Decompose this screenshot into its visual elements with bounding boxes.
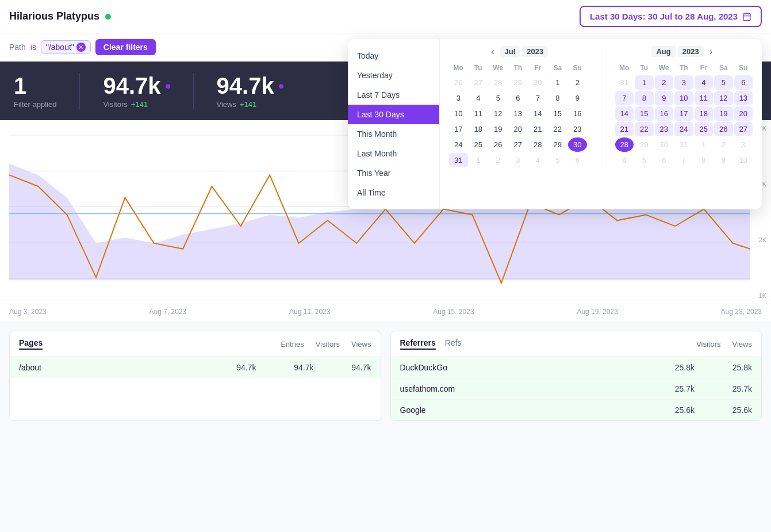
- cal-day[interactable]: 7: [528, 91, 547, 105]
- clear-filters-button[interactable]: Clear filters: [95, 39, 156, 55]
- cal-day[interactable]: 4: [469, 91, 488, 105]
- cal-day[interactable]: 1: [548, 75, 567, 90]
- cal-day[interactable]: 27: [509, 137, 528, 152]
- preset-thismonth[interactable]: This Month: [348, 124, 439, 144]
- cal-day-selected-30jul[interactable]: 30: [568, 137, 587, 152]
- cal-day[interactable]: 10: [734, 153, 753, 167]
- tab-refs[interactable]: Refs: [445, 338, 462, 350]
- cal-day[interactable]: 5: [714, 75, 733, 90]
- cal-day[interactable]: 20: [509, 122, 528, 136]
- cal-day[interactable]: 17: [674, 106, 693, 121]
- cal-day[interactable]: 4: [528, 153, 547, 167]
- cal-day[interactable]: 3: [674, 75, 693, 90]
- cal-day[interactable]: 28: [489, 75, 508, 90]
- cal-day[interactable]: 9: [568, 91, 587, 105]
- cal-day[interactable]: 6: [655, 153, 674, 167]
- tab-pages[interactable]: Pages: [19, 338, 43, 350]
- cal-day[interactable]: 14: [528, 106, 547, 121]
- cal-day[interactable]: 9: [714, 153, 733, 167]
- preset-last7[interactable]: Last 7 Days: [348, 85, 439, 105]
- cal-day[interactable]: 4: [615, 153, 634, 167]
- cal-day[interactable]: 11: [695, 91, 714, 105]
- cal-day[interactable]: 26: [449, 75, 468, 90]
- filter-operator[interactable]: is: [30, 43, 36, 52]
- cal-day[interactable]: 27: [469, 75, 488, 90]
- cal-day[interactable]: 6: [509, 91, 528, 105]
- cal-day[interactable]: 14: [615, 106, 634, 121]
- cal-day[interactable]: 2: [714, 137, 733, 152]
- prev-month-button[interactable]: ‹: [488, 47, 497, 57]
- cal-day[interactable]: 22: [548, 122, 567, 136]
- cal-day[interactable]: 19: [714, 106, 733, 121]
- cal-day[interactable]: 15: [635, 106, 654, 121]
- cal-day[interactable]: 1: [469, 153, 488, 167]
- cal-day[interactable]: 20: [734, 106, 753, 121]
- cal-day[interactable]: 23: [568, 122, 587, 136]
- cal-day[interactable]: 2: [568, 75, 587, 90]
- cal-day[interactable]: 24: [449, 137, 468, 152]
- cal-day[interactable]: 29: [635, 137, 654, 152]
- cal-day[interactable]: 16: [568, 106, 587, 121]
- cal-day[interactable]: 30: [655, 137, 674, 152]
- cal-day[interactable]: 22: [635, 122, 654, 136]
- cal-day[interactable]: 12: [714, 91, 733, 105]
- next-month-button[interactable]: ›: [706, 47, 716, 57]
- cal-day[interactable]: 3: [509, 153, 528, 167]
- cal-day[interactable]: 13: [509, 106, 528, 121]
- cal-day[interactable]: 18: [469, 122, 488, 136]
- preset-thisyear[interactable]: This Year: [348, 163, 439, 183]
- cal-day[interactable]: 24: [674, 122, 693, 136]
- cal-day[interactable]: 25: [469, 137, 488, 152]
- cal-day[interactable]: 29: [548, 137, 567, 152]
- cal-day[interactable]: 8: [695, 153, 714, 167]
- cal-day[interactable]: 8: [635, 91, 654, 105]
- preset-lastmonth[interactable]: Last Month: [348, 144, 439, 163]
- cal-day[interactable]: 1: [635, 75, 654, 90]
- cal-day[interactable]: 1: [695, 137, 714, 152]
- cal-day[interactable]: 5: [489, 91, 508, 105]
- cal-day[interactable]: 19: [489, 122, 508, 136]
- preset-alltime[interactable]: All Time: [348, 183, 439, 202]
- cal-day[interactable]: 5: [635, 153, 654, 167]
- cal-day[interactable]: 29: [509, 75, 528, 90]
- cal-day[interactable]: 25: [695, 122, 714, 136]
- preset-last30[interactable]: Last 30 Days: [348, 105, 439, 124]
- preset-yesterday[interactable]: Yesterday: [348, 66, 439, 85]
- cal-day[interactable]: 27: [734, 122, 753, 136]
- cal-day[interactable]: 10: [674, 91, 693, 105]
- cal-day[interactable]: 21: [528, 122, 547, 136]
- cal-day[interactable]: 5: [548, 153, 567, 167]
- cal-day[interactable]: 31: [615, 75, 634, 90]
- cal-day[interactable]: 26: [489, 137, 508, 152]
- cal-day[interactable]: 3: [734, 137, 753, 152]
- cal-day[interactable]: 11: [469, 106, 488, 121]
- cal-day[interactable]: 10: [449, 106, 468, 121]
- cal-day[interactable]: 18: [695, 106, 714, 121]
- cal-day[interactable]: 6: [568, 153, 587, 167]
- cal-day[interactable]: 31: [449, 153, 468, 167]
- cal-day[interactable]: 26: [714, 122, 733, 136]
- cal-day[interactable]: 28: [528, 137, 547, 152]
- date-range-button[interactable]: Last 30 Days: 30 Jul to 28 Aug, 2023: [580, 6, 762, 27]
- cal-day[interactable]: 7: [674, 153, 693, 167]
- cal-day[interactable]: 21: [615, 122, 634, 136]
- preset-today[interactable]: Today: [348, 46, 439, 66]
- cal-day[interactable]: 2: [655, 75, 674, 90]
- cal-day[interactable]: 13: [734, 91, 753, 105]
- tab-referrers[interactable]: Referrers: [400, 338, 436, 350]
- remove-filter-button[interactable]: ✕: [76, 43, 86, 52]
- cal-day[interactable]: 12: [489, 106, 508, 121]
- cal-day[interactable]: 9: [655, 91, 674, 105]
- cal-day[interactable]: 17: [449, 122, 468, 136]
- cal-day[interactable]: 3: [449, 91, 468, 105]
- cal-day[interactable]: 4: [695, 75, 714, 90]
- cal-day[interactable]: 6: [734, 75, 753, 90]
- cal-day[interactable]: 7: [615, 91, 634, 105]
- cal-day[interactable]: 31: [674, 137, 693, 152]
- cal-day[interactable]: 30: [528, 75, 547, 90]
- cal-day[interactable]: 16: [655, 106, 674, 121]
- cal-day-selected-28aug[interactable]: 28: [615, 137, 634, 152]
- cal-day[interactable]: 8: [548, 91, 567, 105]
- cal-day[interactable]: 2: [489, 153, 508, 167]
- cal-day[interactable]: 23: [655, 122, 674, 136]
